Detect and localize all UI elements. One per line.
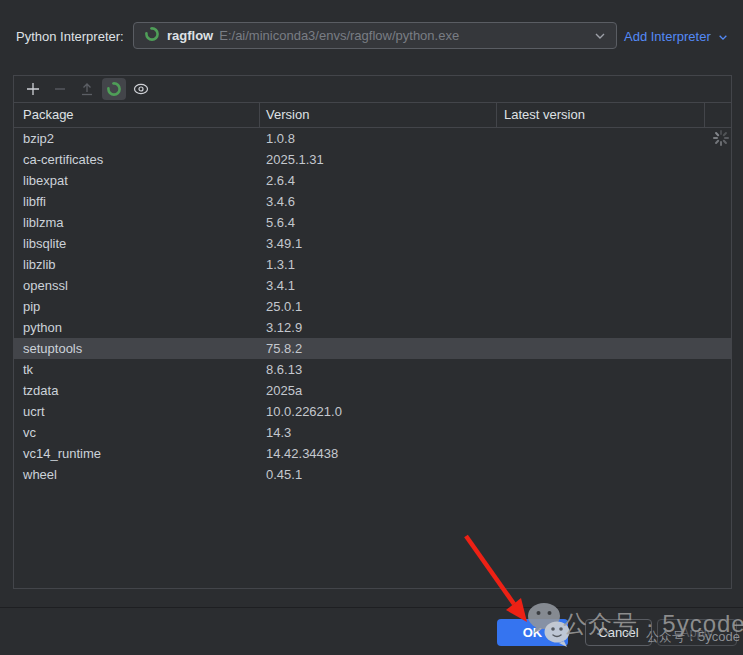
- apply-button[interactable]: Apply: [657, 619, 737, 646]
- column-header-package[interactable]: Package: [23, 107, 74, 122]
- package-version: 5.6.4: [266, 212, 295, 233]
- package-name: ca-certificates: [23, 149, 103, 170]
- interpreter-combobox[interactable]: ragflow E:/ai/miniconda3/envs/ragflow/py…: [133, 22, 617, 49]
- package-name: wheel: [23, 464, 57, 485]
- package-version: 1.3.1: [266, 254, 295, 275]
- chevron-down-icon: [715, 32, 728, 43]
- package-version: 0.45.1: [266, 464, 302, 485]
- arrow-up-underline-icon: [79, 81, 95, 97]
- package-version: 10.0.22621.0: [266, 401, 342, 422]
- table-row[interactable]: python3.12.9: [14, 317, 731, 338]
- loading-spinner-icon: [712, 129, 730, 147]
- package-version: 2025a: [266, 380, 302, 401]
- ok-button[interactable]: OK: [497, 619, 568, 646]
- table-row[interactable]: bzip21.0.8: [14, 128, 731, 149]
- interpreter-env-name: ragflow: [167, 28, 213, 43]
- package-name: python: [23, 317, 62, 338]
- package-name: pip: [23, 296, 40, 317]
- package-version: 8.6.13: [266, 359, 302, 380]
- table-row[interactable]: libzlib1.3.1: [14, 254, 731, 275]
- column-divider: [259, 103, 260, 128]
- package-panel: Package Version Latest version bzip21.0.…: [13, 75, 732, 589]
- table-row[interactable]: tzdata2025a: [14, 380, 731, 401]
- package-name: libsqlite: [23, 233, 66, 254]
- table-row[interactable]: pip25.0.1: [14, 296, 731, 317]
- table-row[interactable]: tk8.6.13: [14, 359, 731, 380]
- plus-icon: [25, 81, 41, 97]
- conda-env-icon: [144, 26, 160, 45]
- table-row[interactable]: vc14_runtime14.42.34438: [14, 443, 731, 464]
- package-name: liblzma: [23, 212, 63, 233]
- package-name: tzdata: [23, 380, 58, 401]
- table-row[interactable]: vc14.3: [14, 422, 731, 443]
- package-version: 14.42.34438: [266, 443, 338, 464]
- package-name: setuptools: [23, 338, 82, 359]
- conda-package-manager-toggle[interactable]: [102, 78, 126, 100]
- package-name: ucrt: [23, 401, 45, 422]
- column-header-latest-version[interactable]: Latest version: [504, 107, 585, 122]
- table-row[interactable]: ucrt10.0.22621.0: [14, 401, 731, 422]
- package-version: 3.4.1: [266, 275, 295, 296]
- package-version: 3.12.9: [266, 317, 302, 338]
- table-row[interactable]: libsqlite3.49.1: [14, 233, 731, 254]
- package-toolbar: [14, 76, 731, 103]
- table-row[interactable]: libexpat2.6.4: [14, 170, 731, 191]
- install-package-button[interactable]: [21, 78, 45, 100]
- table-header: Package Version Latest version: [14, 103, 731, 128]
- package-version: 75.8.2: [266, 338, 302, 359]
- add-interpreter-label: Add Interpreter: [624, 29, 711, 44]
- package-name: vc14_runtime: [23, 443, 101, 464]
- show-early-releases-button[interactable]: [129, 78, 153, 100]
- table-row[interactable]: wheel0.45.1: [14, 464, 731, 485]
- package-name: tk: [23, 359, 33, 380]
- conda-icon: [106, 81, 122, 97]
- package-name: bzip2: [23, 128, 54, 149]
- column-header-version[interactable]: Version: [266, 107, 309, 122]
- package-name: vc: [23, 422, 36, 443]
- table-row[interactable]: libffi3.4.6: [14, 191, 731, 212]
- package-name: libexpat: [23, 170, 68, 191]
- upgrade-package-button[interactable]: [75, 78, 99, 100]
- package-version: 2025.1.31: [266, 149, 324, 170]
- package-name: libzlib: [23, 254, 56, 275]
- cancel-button[interactable]: Cancel: [585, 619, 652, 646]
- table-row[interactable]: openssl3.4.1: [14, 275, 731, 296]
- table-body: bzip21.0.8ca-certificates2025.1.31libexp…: [14, 128, 731, 485]
- package-version: 3.49.1: [266, 233, 302, 254]
- package-version: 2.6.4: [266, 170, 295, 191]
- package-version: 14.3: [266, 422, 291, 443]
- button-bar-divider: [0, 607, 743, 608]
- package-version: 3.4.6: [266, 191, 295, 212]
- interpreter-env-path: E:/ai/miniconda3/envs/ragflow/python.exe: [219, 28, 586, 43]
- package-name: openssl: [23, 275, 68, 296]
- uninstall-package-button[interactable]: [48, 78, 72, 100]
- column-divider: [496, 103, 497, 128]
- package-version: 1.0.8: [266, 128, 295, 149]
- table-row[interactable]: liblzma5.6.4: [14, 212, 731, 233]
- minus-icon: [52, 81, 68, 97]
- table-row[interactable]: setuptools75.8.2: [14, 338, 731, 359]
- chevron-down-icon: [594, 30, 606, 42]
- interpreter-label: Python Interpreter:: [16, 29, 124, 44]
- eye-icon: [132, 81, 150, 97]
- column-divider: [704, 103, 705, 128]
- table-row[interactable]: ca-certificates2025.1.31: [14, 149, 731, 170]
- package-version: 25.0.1: [266, 296, 302, 317]
- add-interpreter-link[interactable]: Add Interpreter: [624, 29, 728, 44]
- package-name: libffi: [23, 191, 46, 212]
